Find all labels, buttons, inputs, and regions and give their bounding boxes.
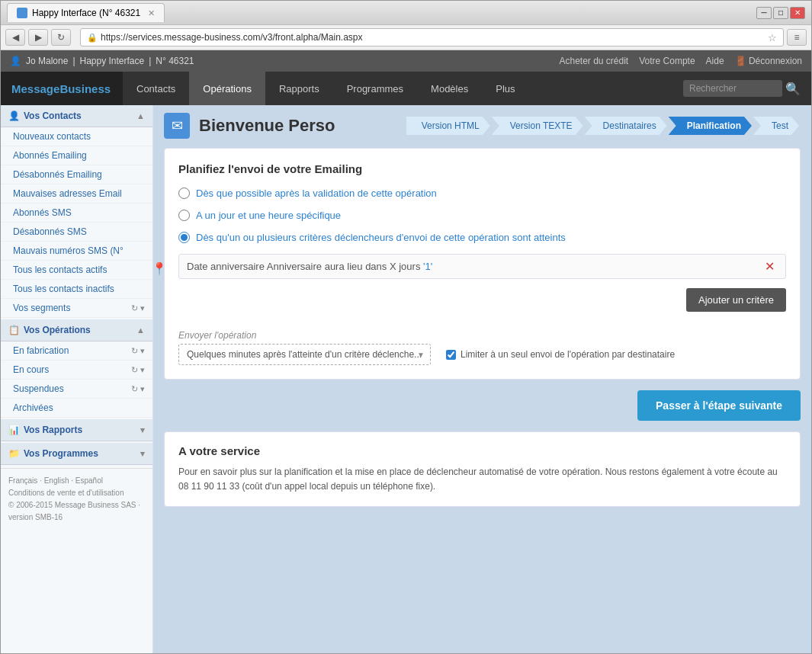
minimize-button[interactable]: ─ (756, 7, 772, 19)
criteria-row-1: Date anniversaire Anniversaire aura lieu… (178, 254, 786, 279)
operations-chevron-icon: ▲ (136, 325, 145, 335)
lock-icon: 🔒 (87, 33, 98, 43)
account-link[interactable]: Votre Compte (639, 56, 695, 66)
en-cours-actions[interactable]: ↻ ▾ (131, 365, 145, 375)
limit-checkbox[interactable] (446, 350, 456, 360)
footer-lang[interactable]: Français · English · Español (8, 475, 145, 487)
tab-close-button[interactable]: ✕ (148, 8, 155, 18)
send-timing-select[interactable]: Quelques minutes après l'atteinte d'un c… (178, 344, 431, 365)
buy-credit-link[interactable]: Acheter du crédit (559, 56, 628, 66)
nav-item-plus[interactable]: Plus (482, 72, 528, 105)
planning-card: Planifiez l'envoi de votre Emailing Dès … (164, 148, 801, 380)
sidebar-section-contacts-header[interactable]: 👤 Vos Contacts ▲ (1, 105, 152, 127)
address-text: https://services.message-business.com/v3… (101, 32, 363, 43)
radio-label-3: Dès qu'un ou plusieurs critères déclench… (196, 232, 566, 243)
programmes-section-label: Vos Programmes (24, 448, 98, 459)
nav-item-contacts[interactable]: Contacts (123, 72, 189, 105)
browser-nav-controls: ◀ ▶ ↻ (5, 29, 71, 46)
back-button[interactable]: ◀ (5, 29, 25, 46)
search-button[interactable]: 🔍 (782, 79, 804, 99)
sidebar-section-rapports-header[interactable]: 📊 Vos Rapports ▾ (1, 419, 152, 441)
nav-items: Contacts Opérations Rapports Programmes … (123, 72, 529, 105)
sidebar-section-programmes-header[interactable]: 📁 Vos Programmes ▾ (1, 443, 152, 465)
radio-option-1[interactable]: Dès que possible après la validation de … (178, 188, 786, 199)
next-step-button[interactable]: Passer à l'étape suivante (637, 390, 801, 421)
separator1: | (72, 56, 75, 66)
sidebar-item-suspendues[interactable]: Suspendues ↻ ▾ (1, 380, 152, 399)
contacts-chevron-icon: ▲ (136, 111, 145, 120)
rapports-chevron-icon: ▾ (140, 425, 145, 435)
location-pin-icon: 📍 (152, 261, 167, 276)
browser-tab[interactable]: Happy Interface (N° 46321 ✕ (7, 3, 165, 22)
breadcrumb-step-destinataires[interactable]: Destinataires (585, 117, 667, 135)
sidebar-section-programmes: 📁 Vos Programmes ▾ (1, 443, 152, 465)
app-body: 👤 Vos Contacts ▲ Nouveaux contacts Abonn… (1, 105, 811, 653)
email-icon: ✉ (172, 117, 183, 134)
operations-icon: 📋 (8, 325, 20, 335)
help-link[interactable]: Aide (706, 56, 724, 66)
sidebar-item-nouveaux-contacts[interactable]: Nouveaux contacts (1, 127, 152, 146)
sidebar-item-segments[interactable]: Vos segments ↻ ▾ (1, 299, 152, 318)
refresh-button[interactable]: ↻ (51, 29, 71, 46)
header-right-actions: Acheter du crédit Votre Compte Aide 🚪 Dé… (559, 56, 802, 66)
radio-option-2[interactable]: A un jour et une heure spécifique (178, 210, 786, 221)
tab-title: Happy Interface (N° 46321 (32, 8, 140, 18)
footer-copyright: © 2006-2015 Message Business SAS · versi… (8, 499, 145, 524)
radio-input-2[interactable] (178, 210, 190, 221)
programmes-icon: 📁 (8, 448, 20, 459)
sidebar-item-archivees[interactable]: Archivées (1, 399, 152, 418)
nav-item-programmes[interactable]: Programmes (333, 72, 417, 105)
sidebar-item-abonnes-sms[interactable]: Abonnés SMS (1, 204, 152, 223)
nav-logo: MessageBusiness (1, 72, 123, 105)
bookmark-icon[interactable]: ☆ (768, 32, 777, 43)
separator2: | (149, 56, 151, 66)
forward-button[interactable]: ▶ (28, 29, 48, 46)
suspendues-actions[interactable]: ↻ ▾ (131, 384, 145, 394)
segments-actions[interactable]: ↻ ▾ (131, 303, 145, 313)
sidebar-item-abonnes-emailing[interactable]: Abonnés Emailing (1, 146, 152, 165)
service-text: Pour en savoir plus sur la planification… (178, 465, 786, 494)
breadcrumb-step-texte[interactable]: Version TEXTE (492, 117, 583, 135)
nav-search: 🔍 (676, 72, 811, 105)
send-controls: Quelques minutes après l'atteinte d'un c… (178, 344, 786, 365)
logo-text: MessageBusiness (11, 82, 111, 95)
maximize-button[interactable]: □ (773, 7, 788, 19)
add-criteria-button[interactable]: Ajouter un critère (686, 288, 786, 312)
close-button[interactable]: ✕ (790, 7, 805, 19)
contacts-icon: 👤 (8, 111, 20, 121)
page-header-icon: ✉ (164, 113, 190, 139)
operations-section-label: Vos Opérations (24, 325, 91, 335)
sidebar-section-rapports: 📊 Vos Rapports ▾ (1, 419, 152, 441)
breadcrumb-step-test[interactable]: Test (753, 117, 799, 135)
sidebar-item-desabonnes-emailing[interactable]: Désabonnés Emailing (1, 165, 152, 184)
sidebar-item-desabonnes-sms[interactable]: Désabonnés SMS (1, 223, 152, 242)
send-label: Envoyer l'opération (178, 330, 786, 341)
search-input[interactable] (683, 80, 782, 97)
sidebar-item-contacts-actifs[interactable]: Tous les contacts actifs (1, 261, 152, 280)
menu-button[interactable]: ≡ (787, 29, 807, 46)
sidebar-section-operations-header[interactable]: 📋 Vos Opérations ▲ (1, 319, 152, 341)
nav-item-operations[interactable]: Opérations (189, 72, 265, 105)
account-ref: N° 46321 (156, 56, 194, 66)
card-title: Planifiez l'envoi de votre Emailing (178, 162, 786, 175)
radio-option-3[interactable]: Dès qu'un ou plusieurs critères déclench… (178, 232, 786, 243)
sidebar-item-mauvais-numeros[interactable]: Mauvais numéros SMS (N° (1, 242, 152, 261)
sidebar-item-en-cours[interactable]: En cours ↻ ▾ (1, 361, 152, 380)
criteria-delete-button[interactable]: ✕ (762, 259, 778, 274)
radio-input-3[interactable] (178, 232, 190, 243)
nav-item-rapports[interactable]: Rapports (265, 72, 333, 105)
radio-label-1: Dès que possible après la validation de … (196, 188, 437, 199)
nav-item-modeles[interactable]: Modèles (417, 72, 482, 105)
radio-input-1[interactable] (178, 188, 190, 199)
fabrication-actions[interactable]: ↻ ▾ (131, 346, 145, 356)
breadcrumb-step-html[interactable]: Version HTML (406, 117, 490, 135)
sidebar-item-en-fabrication[interactable]: En fabrication ↻ ▾ (1, 341, 152, 361)
logout-link[interactable]: 🚪 Déconnexion (735, 56, 802, 66)
sidebar-footer: Français · English · Español Conditions … (1, 468, 152, 530)
sidebar-item-mauvaises-adresses[interactable]: Mauvaises adresses Email (1, 184, 152, 204)
breadcrumb-step-planification[interactable]: Planification (669, 117, 752, 135)
tab-favicon (17, 8, 27, 18)
address-bar[interactable]: 🔒 https://services.message-business.com/… (80, 28, 784, 46)
sidebar-item-contacts-inactifs[interactable]: Tous les contacts inactifs (1, 280, 152, 299)
footer-conditions[interactable]: Conditions de vente et d'utilisation (8, 487, 145, 499)
